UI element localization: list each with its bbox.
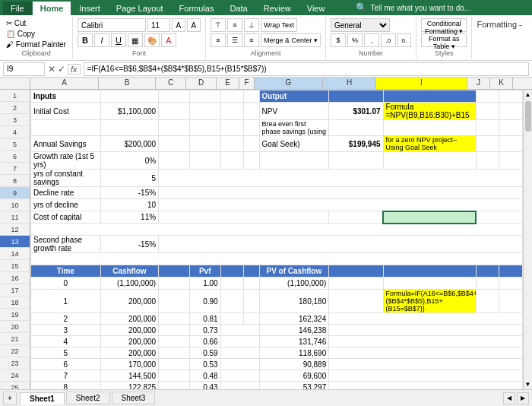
decrease-font-button[interactable]: A (187, 18, 201, 32)
cell-i15[interactable]: Formula=IF(A16<=B$6,$B$4+($B$4*$B$5),B15… (383, 290, 476, 313)
cell-e3[interactable] (220, 120, 244, 136)
cell-g2[interactable]: NPV (259, 103, 329, 120)
cell-h4[interactable]: $199,945 (329, 136, 383, 152)
fill-color-button[interactable]: 🎨 (144, 33, 160, 47)
merge-center-button[interactable]: Merge & Center ▾ (261, 33, 321, 47)
number-format-select[interactable]: General Number Currency Percentage (331, 18, 390, 32)
col-header-j[interactable]: J (467, 78, 490, 89)
ribbon-tab-data[interactable]: Data (222, 2, 255, 15)
cell-g4[interactable]: Goal Seek) (259, 136, 329, 152)
cell-b3[interactable] (100, 120, 158, 136)
vertical-scrollbar[interactable]: ▲ ▼ (523, 90, 532, 389)
cell-b1[interactable] (100, 90, 158, 103)
cell-g16[interactable]: 162,324 (259, 313, 329, 325)
cell-j4[interactable] (476, 136, 499, 152)
cell-j15[interactable] (476, 290, 499, 313)
cell-k2[interactable] (499, 103, 523, 120)
ribbon-tab-formulas[interactable]: Formulas (172, 2, 222, 15)
cell-j3[interactable] (476, 120, 499, 136)
cell-g14[interactable]: (1,100,000) (259, 278, 329, 290)
cell-i3[interactable] (383, 120, 476, 136)
cell-b20[interactable]: 170,000 (100, 359, 158, 370)
cell-h1[interactable] (329, 90, 383, 103)
cell-e14[interactable] (220, 278, 244, 290)
cell-a16[interactable]: 2 (31, 313, 101, 325)
scroll-thumb[interactable] (525, 101, 531, 132)
cell-a15[interactable]: 1 (31, 290, 101, 313)
cell-f4[interactable] (244, 136, 259, 152)
cell-g5[interactable] (259, 152, 329, 170)
cell-c16[interactable] (159, 313, 190, 325)
cell-f13[interactable] (244, 265, 259, 278)
col-header-k[interactable]: K (490, 78, 513, 89)
cell-g1[interactable]: Output (259, 90, 329, 103)
cell-k3[interactable] (499, 120, 523, 136)
col-header-b[interactable]: B (99, 78, 156, 89)
cell-d1[interactable] (189, 90, 220, 103)
cell-d15[interactable]: 0.90 (189, 290, 220, 313)
wrap-text-button[interactable]: Wrap Text (261, 18, 297, 32)
cell-c5[interactable] (159, 152, 190, 170)
cell-d22[interactable]: 0.43 (189, 382, 220, 390)
cell-a20[interactable]: 6 (31, 359, 101, 370)
underline-button[interactable]: U (111, 33, 126, 47)
col-header-d[interactable]: D (186, 78, 217, 89)
increase-font-button[interactable]: A (172, 18, 185, 32)
ribbon-tab-home[interactable]: Home (33, 2, 71, 15)
cell-a2[interactable]: Initial Cost (31, 103, 101, 120)
comma-button[interactable]: , (364, 33, 379, 47)
cell-k15[interactable] (499, 290, 523, 313)
cell-i9[interactable] (383, 211, 476, 224)
cell-c13[interactable] (159, 265, 190, 278)
cell-c2[interactable] (159, 103, 190, 120)
cell-i5[interactable] (383, 152, 476, 170)
cell-d16[interactable]: 0.81 (189, 313, 220, 325)
scroll-right-button[interactable]: ▶ (517, 392, 529, 404)
format-as-table-button[interactable]: Format asTable ▾ (421, 33, 467, 47)
cell-d20[interactable]: 0.53 (189, 359, 220, 370)
sheet-tab-sheet2[interactable]: Sheet2 (66, 392, 110, 404)
grid-body[interactable]: Inputs Output Initial Cost (30, 90, 523, 389)
cell-c17[interactable] (159, 325, 190, 336)
cell-i2[interactable]: Formula =NPV(B9,B16:B30)+B15 (383, 103, 476, 120)
col-header-h[interactable]: H (323, 78, 376, 89)
cell-c14[interactable] (159, 278, 190, 290)
cell-h9[interactable] (329, 211, 383, 224)
cell-b17[interactable]: 200,000 (100, 325, 158, 336)
cell-f3[interactable] (244, 120, 259, 136)
percent-button[interactable]: % (347, 33, 363, 47)
cell-b2[interactable]: $1,100,000 (100, 103, 158, 120)
cell-e2[interactable] (220, 103, 244, 120)
confirm-icon[interactable]: ✓ (58, 64, 65, 75)
cell-e5[interactable] (220, 152, 244, 170)
currency-button[interactable]: $ (331, 33, 346, 47)
cell-b16[interactable]: 200,000 (100, 313, 158, 325)
cell-f16[interactable] (244, 313, 259, 325)
cell-f1[interactable] (244, 90, 259, 103)
cell-d5[interactable] (189, 152, 220, 170)
align-top-button[interactable]: ⊤ (211, 18, 226, 32)
cell-i14[interactable] (383, 278, 476, 290)
cell-h5[interactable] (329, 152, 383, 170)
ribbon-tab-view[interactable]: View (299, 2, 333, 15)
cell-b5[interactable]: 0% (100, 152, 158, 170)
cell-a19[interactable]: 5 (31, 347, 101, 359)
cell-b13[interactable]: Cashflow (100, 265, 158, 278)
ribbon-tab-page-layout[interactable]: Page Layout (109, 2, 171, 15)
cell-c3[interactable] (159, 120, 190, 136)
sheet-tab-sheet1[interactable]: Sheet1 (20, 392, 65, 404)
cell-k1[interactable] (499, 90, 523, 103)
cell-g3[interactable]: Brea even first phase savings (using (259, 120, 329, 136)
conditional-formatting-button[interactable]: ConditionalFormatting ▾ (421, 18, 467, 32)
font-color-button[interactable]: A (161, 33, 176, 47)
cell-d21[interactable]: 0.48 (189, 370, 220, 382)
cell-d4[interactable] (189, 136, 220, 152)
cell-f14[interactable] (244, 278, 259, 290)
cell-a13[interactable]: Time (31, 265, 101, 278)
cell-d17[interactable]: 0.73 (189, 325, 220, 336)
cell-g19[interactable]: 118,690 (259, 347, 329, 359)
cell-b21[interactable]: 144,500 (100, 370, 158, 382)
sheet-tab-sheet3[interactable]: Sheet3 (112, 392, 156, 404)
cell-i13[interactable] (383, 265, 476, 278)
cell-a11[interactable]: Second phase growth rate (31, 236, 101, 253)
